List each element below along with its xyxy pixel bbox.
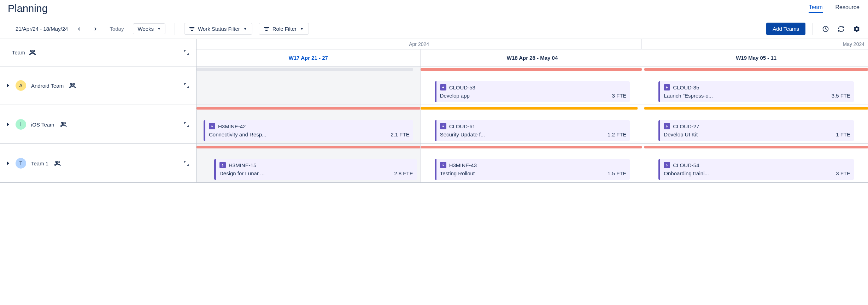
capacity-strip: [644, 107, 868, 110]
weeks-dropdown[interactable]: Weeks ▼: [133, 23, 165, 34]
gear-icon: [853, 25, 860, 33]
task-key: CLOUD-61: [449, 123, 475, 129]
add-teams-button[interactable]: Add Teams: [766, 23, 805, 35]
task-key: CLOUD-35: [673, 84, 699, 90]
next-week-button[interactable]: [90, 24, 100, 34]
svg-marker-22: [442, 163, 444, 167]
month-cell: Apr 2024: [197, 39, 642, 49]
tab-resource[interactable]: Resource: [835, 4, 860, 13]
epic-icon: [440, 162, 446, 168]
team-row: i iOS Team H3MINE-42 Connectivity and Re…: [0, 105, 868, 144]
task-key: H3MINE-15: [229, 162, 256, 168]
week-cell[interactable]: W18 Apr 28 - May 04: [421, 49, 645, 66]
epic-icon: [209, 123, 215, 129]
task-card[interactable]: CLOUD-35 Launch "Espress-o... 3.5 FTE: [658, 81, 854, 102]
week-cell[interactable]: W19 May 05 - 11: [644, 49, 868, 66]
caret-down-icon: ▼: [300, 27, 304, 31]
svg-marker-14: [211, 124, 213, 128]
epic-icon: [219, 162, 226, 168]
chevron-right-icon: [93, 26, 98, 32]
task-fte: 3 FTE: [836, 170, 850, 176]
people-icon[interactable]: [59, 122, 67, 127]
toolbar-divider: [175, 23, 175, 35]
people-icon: [29, 49, 36, 55]
task-key: CLOUD-54: [673, 162, 699, 168]
expand-row-button[interactable]: [6, 161, 11, 165]
today-button[interactable]: Today: [107, 24, 127, 33]
task-title: Develop UI Kit: [664, 131, 698, 137]
capacity-strip: [421, 107, 638, 110]
task-card[interactable]: CLOUD-27 Develop UI Kit 1 FTE: [658, 120, 854, 141]
month-cell: May 2024: [642, 39, 868, 49]
role-filter[interactable]: Role Filter ▼: [259, 23, 309, 35]
capacity-strip: [421, 68, 642, 71]
weeks-label: Weeks: [137, 26, 154, 32]
capacity-strip: [644, 68, 868, 71]
svg-marker-16: [666, 124, 668, 128]
task-fte: 1.2 FTE: [608, 131, 626, 137]
task-fte: 2.8 FTE: [394, 170, 413, 176]
svg-marker-21: [222, 163, 224, 167]
work-status-filter[interactable]: Work Status Filter ▼: [184, 23, 252, 35]
team-name: Team 1: [31, 160, 48, 166]
clock-button[interactable]: [820, 23, 831, 35]
refresh-icon: [838, 25, 845, 33]
svg-marker-15: [442, 124, 444, 128]
page-title: Planning: [6, 3, 48, 14]
people-icon[interactable]: [69, 83, 76, 88]
svg-marker-10: [7, 123, 9, 126]
toolbar-divider: [813, 23, 813, 35]
filter-icon: [189, 27, 194, 31]
avatar: A: [16, 80, 26, 91]
capacity-strip: [197, 146, 420, 148]
task-title: Design for Lunar ...: [219, 170, 265, 176]
refresh-button[interactable]: [835, 23, 847, 35]
epic-icon: [664, 162, 670, 168]
collapse-row-button[interactable]: [183, 121, 190, 128]
settings-button[interactable]: [851, 23, 862, 35]
team-row: T Team 1 H3MINE-15 Design for Lunar ...: [0, 144, 868, 183]
capacity-strip: [421, 146, 642, 148]
prev-week-button[interactable]: [74, 24, 84, 34]
collapse-row-button[interactable]: [183, 82, 190, 89]
team-row: A Android Team CLOUD-53: [0, 66, 868, 105]
task-card[interactable]: CLOUD-53 Develop app 3 FTE: [435, 81, 630, 102]
task-card[interactable]: CLOUD-61 Security Update f... 1.2 FTE: [435, 120, 630, 141]
capacity-strip: [197, 107, 420, 110]
svg-marker-4: [7, 84, 9, 87]
collapse-row-button[interactable]: [183, 160, 190, 167]
task-card[interactable]: H3MINE-43 Testing Rollout 1.5 FTE: [435, 159, 630, 180]
task-fte: 2.1 FTE: [391, 131, 409, 137]
team-name: iOS Team: [31, 122, 54, 128]
role-filter-label: Role Filter: [272, 26, 297, 32]
capacity-strip: [644, 146, 868, 148]
task-title: Testing Rollout: [440, 170, 475, 176]
epic-icon: [664, 84, 670, 90]
epic-icon: [440, 84, 446, 90]
team-name: Android Team: [31, 83, 64, 89]
task-title: Onboarding traini...: [664, 170, 709, 176]
task-fte: 1.5 FTE: [608, 170, 626, 176]
svg-marker-23: [666, 163, 668, 167]
task-title: Launch "Espress-o...: [664, 93, 713, 99]
caret-right-icon: [6, 161, 10, 165]
task-card[interactable]: H3MINE-15 Design for Lunar ... 2.8 FTE: [214, 159, 417, 180]
task-fte: 3 FTE: [612, 93, 627, 99]
tab-team[interactable]: Team: [809, 4, 822, 13]
svg-marker-8: [442, 86, 444, 89]
collapse-column-button[interactable]: [183, 49, 190, 56]
caret-right-icon: [6, 83, 10, 88]
caret-down-icon: ▼: [157, 27, 161, 31]
task-fte: 3.5 FTE: [832, 93, 850, 99]
people-icon[interactable]: [53, 160, 61, 166]
task-title: Security Update f...: [440, 131, 485, 137]
task-card[interactable]: H3MINE-42 Connectivity and Resp... 2.1 F…: [204, 120, 413, 141]
svg-marker-17: [7, 162, 9, 165]
expand-row-button[interactable]: [6, 122, 11, 127]
expand-row-button[interactable]: [6, 83, 11, 88]
week-cell[interactable]: W17 Apr 21 - 27: [197, 49, 421, 66]
task-card[interactable]: CLOUD-54 Onboarding traini... 3 FTE: [658, 159, 854, 180]
caret-right-icon: [6, 122, 10, 127]
work-status-filter-label: Work Status Filter: [198, 26, 240, 32]
date-range: 21/Apr/24 - 18/May/24: [16, 26, 68, 32]
